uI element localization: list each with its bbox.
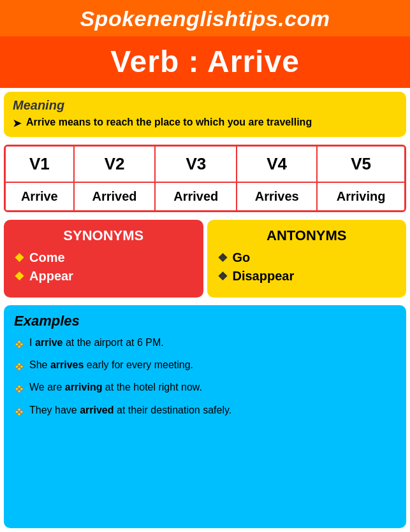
meaning-text: ➤ Arrive means to reach the place to whi… [13,117,397,129]
syn-ant-row: SYNONYMS ❖ Come ❖ Appear ANTONYMS ❖ Go ❖… [4,220,406,298]
antonym-item-2: ❖ Disappear [217,269,397,284]
example-item-4: ❖ They have arrived at their destination… [14,403,396,421]
v5-value: Arriving [317,182,404,210]
example-item-2: ❖ She arrives early for every meeting. [14,358,396,375]
diamond-icon-3: ❖ [217,251,228,265]
diamond-icon-5: ❖ [14,337,24,353]
v4-header: V4 [237,147,317,182]
site-header: Spokenenglishtips.com [0,0,410,36]
verb-title: Verb : Arrive [8,44,402,79]
synonyms-section: SYNONYMS ❖ Come ❖ Appear [4,220,203,298]
table-header-row: V1 V2 V3 V4 V5 [6,147,404,182]
synonym-item-2: ❖ Appear [14,269,193,284]
example-text-3: We are arriving at the hotel right now. [29,380,202,394]
diamond-icon-6: ❖ [14,359,24,375]
v1-value: Arrive [6,182,74,210]
synonym-value-2: Appear [29,269,73,284]
table-values-row: Arrive Arrived Arrived Arrives Arriving [6,182,404,210]
v3-header: V3 [155,147,237,182]
synonym-item-1: ❖ Come [14,250,193,265]
diamond-icon-7: ❖ [14,382,24,398]
example-text-2: She arrives early for every meeting. [29,358,193,372]
site-title: Spokenenglishtips.com [8,6,402,31]
v1-header: V1 [6,147,74,182]
diamond-icon-2: ❖ [14,270,24,284]
v2-header: V2 [74,147,156,182]
arrow-icon: ➤ [13,117,21,129]
v2-value: Arrived [74,182,156,210]
antonym-item-1: ❖ Go [217,250,397,265]
example-text-1: I arrive at the airport at 6 PM. [29,336,164,350]
antonym-value-1: Go [233,250,251,265]
meaning-content: Arrive means to reach the place to which… [26,117,312,128]
v5-header: V5 [317,147,404,182]
examples-section: Examples ❖ I arrive at the airport at 6 … [4,305,406,528]
antonyms-section: ANTONYMS ❖ Go ❖ Disappear [207,220,407,298]
antonyms-label: ANTONYMS [217,227,397,244]
example-item-1: ❖ I arrive at the airport at 6 PM. [14,336,396,353]
example-text-4: They have arrived at their destination s… [29,403,231,417]
diamond-icon-4: ❖ [217,270,228,284]
examples-label: Examples [14,313,396,329]
diamond-icon-8: ❖ [14,405,24,421]
v3-value: Arrived [155,182,237,210]
synonym-value-1: Come [29,250,65,265]
main-container: Spokenenglishtips.com Verb : Arrive Mean… [0,0,410,532]
meaning-label: Meaning [13,98,397,113]
v4-value: Arrives [237,182,317,210]
meaning-section: Meaning ➤ Arrive means to reach the plac… [4,92,406,137]
verb-table-section: V1 V2 V3 V4 V5 Arrive Arrived Arrived Ar… [4,145,406,212]
diamond-icon-1: ❖ [14,251,24,265]
antonym-value-2: Disappear [233,269,295,284]
synonyms-label: SYNONYMS [14,227,193,244]
verb-table: V1 V2 V3 V4 V5 Arrive Arrived Arrived Ar… [6,147,404,210]
verb-header: Verb : Arrive [0,36,410,88]
example-item-3: ❖ We are arriving at the hotel right now… [14,380,396,398]
